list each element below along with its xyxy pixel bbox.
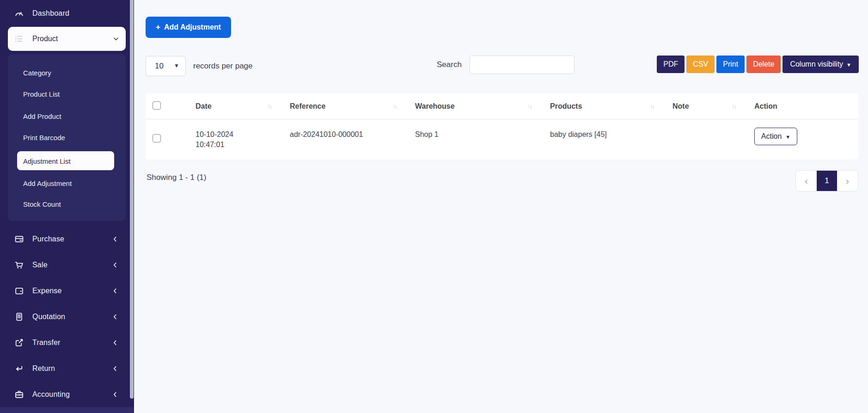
records-per-page-value: 10: [155, 62, 164, 71]
cell-date: 10-10-2024 10:47:01: [196, 119, 290, 160]
sidebar-item-label: Expense: [32, 287, 62, 295]
caret-down-icon: ▼: [846, 62, 851, 68]
sort-icon[interactable]: ↑↓: [732, 103, 736, 110]
next-page-button[interactable]: ›: [837, 171, 858, 191]
sidebar-item-purchase[interactable]: Purchase: [0, 230, 130, 248]
add-adjustment-button[interactable]: + Add Adjustment: [146, 17, 231, 38]
plus-icon: +: [156, 23, 160, 32]
search-label: Search: [437, 55, 462, 74]
sort-icon[interactable]: ↑↓: [267, 103, 271, 110]
sort-icon[interactable]: ↑↓: [650, 103, 654, 110]
briefcase-icon: [14, 390, 24, 400]
row-action-button[interactable]: Action ▼: [754, 128, 797, 145]
pagination-summary: Showing 1 - 1 (1): [147, 173, 206, 182]
undo-icon: [14, 364, 24, 374]
column-header-action: Action: [754, 102, 858, 111]
share-icon: [14, 338, 24, 348]
sidebar-item-category[interactable]: Category: [23, 68, 51, 79]
caret-down-icon: ▼: [785, 134, 790, 140]
sidebar-item-print-barcode[interactable]: Print Barcode: [23, 132, 65, 143]
sidebar-item-add-product[interactable]: Add Product: [23, 111, 61, 122]
chevron-left-icon: [112, 391, 118, 398]
column-header-products[interactable]: Products ↑↓: [550, 102, 672, 111]
table-header-row: Date ↑↓ Reference ↑↓ Warehouse ↑↓ Produc…: [146, 93, 858, 119]
sidebar-item-accounting[interactable]: Accounting: [0, 385, 130, 404]
sidebar-item-dashboard[interactable]: Dashboard: [0, 4, 130, 23]
chevron-left-icon: [112, 314, 118, 320]
export-button-group: PDF CSV Print Delete Column visibility ▼: [657, 55, 859, 73]
sidebar: Dashboard Product Category Product List …: [0, 0, 134, 413]
current-page-button[interactable]: 1: [817, 171, 837, 191]
cell-reference: adr-20241010-000001: [290, 119, 415, 160]
sidebar-item-label: Dashboard: [32, 9, 69, 18]
cell-note: [672, 119, 754, 160]
row-checkbox[interactable]: [153, 134, 161, 142]
product-submenu: Category Product List Add Product Print …: [8, 54, 126, 221]
cell-warehouse: Shop 1: [415, 119, 550, 160]
chevron-left-icon: [112, 365, 118, 372]
adjustments-table: Date ↑↓ Reference ↑↓ Warehouse ↑↓ Produc…: [146, 93, 858, 160]
select-all-checkbox[interactable]: [153, 101, 161, 110]
sidebar-item-sale[interactable]: Sale: [0, 256, 130, 274]
pdf-export-button[interactable]: PDF: [657, 55, 685, 73]
cart-icon: [14, 260, 24, 270]
row-checkbox-cell: [146, 119, 196, 160]
csv-export-button[interactable]: CSV: [686, 55, 715, 73]
sidebar-item-adjustment-list[interactable]: Adjustment List: [17, 151, 114, 170]
delete-button[interactable]: Delete: [746, 55, 781, 73]
list-icon: [14, 34, 24, 44]
adjustment-list-page: Dashboard Product Category Product List …: [0, 0, 868, 413]
sidebar-item-transfer[interactable]: Transfer: [0, 333, 130, 352]
sidebar-scrollbar[interactable]: [130, 0, 134, 399]
chevron-left-icon: [112, 288, 118, 294]
sidebar-item-label: Adjustment List: [23, 157, 71, 165]
column-visibility-label: Column visibility: [790, 60, 843, 68]
cell-products: baby diapers [45]: [550, 119, 672, 160]
sidebar-item-product[interactable]: Product: [8, 27, 126, 51]
sidebar-item-label: Transfer: [32, 339, 61, 347]
wallet-icon: [14, 286, 24, 296]
records-per-page-label: records per page: [193, 56, 253, 76]
sidebar-item-product-list[interactable]: Product List: [23, 89, 60, 100]
sidebar-item-quotation[interactable]: Quotation: [0, 308, 130, 326]
sidebar-item-label: Product: [32, 35, 58, 43]
chevron-down-icon: [113, 36, 119, 42]
credit-card-icon: [14, 234, 24, 244]
column-header-warehouse[interactable]: Warehouse ↑↓: [415, 102, 550, 111]
sort-icon[interactable]: ↑↓: [527, 103, 532, 110]
chevron-left-icon: [112, 236, 118, 242]
print-button[interactable]: Print: [716, 55, 745, 73]
sidebar-item-label: Sale: [32, 261, 48, 269]
gauge-icon: [14, 9, 24, 18]
chevron-left-icon: [112, 262, 118, 268]
cell-action: Action ▼: [754, 119, 858, 160]
add-adjustment-label: Add Adjustment: [164, 23, 221, 31]
sidebar-item-add-adjustment[interactable]: Add Adjustment: [23, 178, 72, 189]
sidebar-bottom-strip: [0, 407, 134, 413]
column-header-date[interactable]: Date ↑↓: [196, 102, 290, 111]
chevron-left-icon: [112, 339, 118, 346]
header-checkbox-cell: [146, 101, 196, 111]
sidebar-item-expense[interactable]: Expense: [0, 282, 130, 300]
caret-down-icon: ▼: [174, 62, 179, 69]
sidebar-item-label: Quotation: [32, 313, 65, 321]
sidebar-item-return[interactable]: Return: [0, 359, 130, 378]
column-header-note[interactable]: Note ↑↓: [672, 102, 754, 111]
column-header-reference[interactable]: Reference ↑↓: [290, 102, 415, 111]
search-input[interactable]: [470, 55, 575, 74]
sidebar-item-stock-count[interactable]: Stock Count: [23, 199, 61, 210]
document-icon: [14, 312, 24, 322]
sidebar-item-label: Purchase: [32, 235, 64, 243]
pagination: ‹ 1 ›: [795, 170, 858, 191]
column-visibility-button[interactable]: Column visibility ▼: [782, 55, 859, 73]
table-row: 10-10-2024 10:47:01 adr-20241010-000001 …: [146, 119, 858, 160]
main-content: + Add Adjustment 10 ▼ records per page S…: [134, 0, 868, 413]
sort-icon[interactable]: ↑↓: [392, 103, 397, 110]
sidebar-item-label: Return: [32, 364, 55, 373]
sidebar-item-label: Accounting: [32, 390, 70, 399]
records-per-page-select[interactable]: 10 ▼: [146, 56, 186, 76]
previous-page-button[interactable]: ‹: [796, 171, 817, 191]
